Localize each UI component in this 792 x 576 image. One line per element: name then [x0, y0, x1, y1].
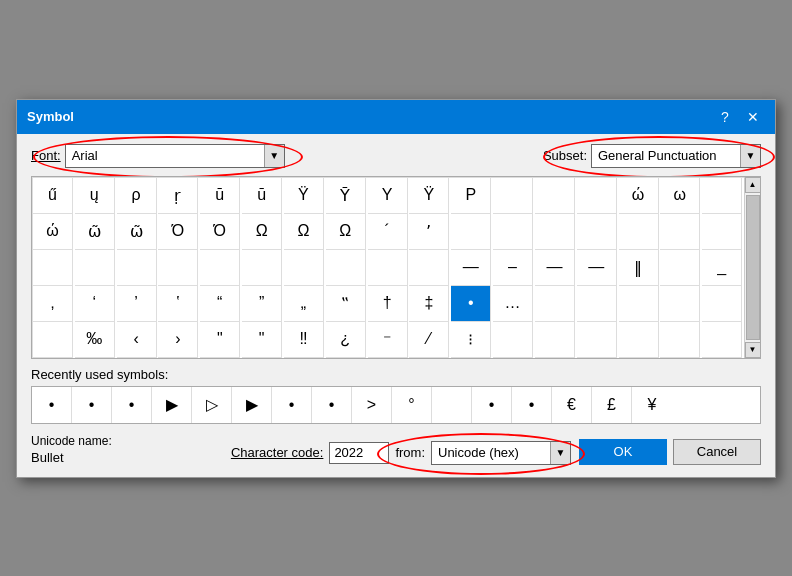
recent-symbol-cell[interactable]: °	[392, 387, 432, 423]
symbol-cell[interactable]: ų	[75, 178, 115, 214]
scroll-down-button[interactable]: ▼	[745, 342, 761, 358]
symbol-cell[interactable]: ω̃	[75, 214, 115, 250]
symbol-cell[interactable]	[493, 178, 533, 214]
symbol-cell[interactable]: •	[451, 286, 491, 322]
recent-symbol-cell[interactable]: •	[32, 387, 72, 423]
symbol-cell[interactable]: ´	[368, 214, 408, 250]
symbol-cell[interactable]: ω̃	[117, 214, 157, 250]
symbol-cell[interactable]: ‹	[117, 322, 157, 358]
symbol-cell[interactable]: ‼	[284, 322, 324, 358]
symbol-cell[interactable]: ”	[242, 286, 282, 322]
symbol-cell[interactable]	[577, 214, 617, 250]
symbol-cell[interactable]	[660, 214, 700, 250]
ok-button[interactable]: OK	[579, 439, 667, 465]
recent-symbol-cell[interactable]: •	[112, 387, 152, 423]
symbol-cell[interactable]: —	[451, 250, 491, 286]
symbol-cell[interactable]	[702, 178, 742, 214]
scroll-up-button[interactable]: ▲	[745, 177, 761, 193]
symbol-cell[interactable]: ¿	[326, 322, 366, 358]
symbol-cell[interactable]: –	[493, 250, 533, 286]
symbol-cell[interactable]: †	[368, 286, 408, 322]
symbol-cell[interactable]	[158, 250, 198, 286]
symbol-cell[interactable]	[619, 286, 659, 322]
symbol-cell[interactable]: ρ	[117, 178, 157, 214]
symbol-cell[interactable]: ‰	[75, 322, 115, 358]
symbol-cell[interactable]	[702, 214, 742, 250]
subset-dropdown[interactable]: General Punctuation ▼	[591, 144, 761, 168]
font-arrow[interactable]: ▼	[264, 145, 284, 167]
symbol-cell[interactable]: ⁝	[451, 322, 491, 358]
symbol-cell[interactable]: ū	[242, 178, 282, 214]
symbol-cell[interactable]: P	[451, 178, 491, 214]
symbol-cell[interactable]: ‚	[33, 286, 73, 322]
symbol-cell[interactable]: _	[702, 250, 742, 286]
symbol-cell[interactable]: ű	[33, 178, 73, 214]
symbol-cell[interactable]	[535, 286, 575, 322]
from-dropdown[interactable]: Unicode (hex) ▼	[431, 441, 571, 465]
symbol-cell[interactable]	[33, 322, 73, 358]
symbol-cell[interactable]	[117, 250, 157, 286]
symbol-cell[interactable]: Ό	[200, 214, 240, 250]
symbol-cell[interactable]: Ω	[284, 214, 324, 250]
symbol-cell[interactable]	[409, 250, 449, 286]
symbol-cell[interactable]: …	[493, 286, 533, 322]
symbol-cell[interactable]: ṛ	[158, 178, 198, 214]
symbol-cell[interactable]: Ό	[158, 214, 198, 250]
recent-symbol-cell[interactable]: ▷	[192, 387, 232, 423]
cancel-button[interactable]: Cancel	[673, 439, 761, 465]
symbol-cell[interactable]	[660, 322, 700, 358]
symbol-cell[interactable]: ‡	[409, 286, 449, 322]
symbol-cell[interactable]	[242, 250, 282, 286]
symbol-cell[interactable]	[577, 178, 617, 214]
symbol-cell[interactable]: “	[200, 286, 240, 322]
symbol-cell[interactable]: Ÿ	[409, 178, 449, 214]
symbol-cell[interactable]	[702, 286, 742, 322]
symbol-cell[interactable]: ʼ	[409, 214, 449, 250]
symbol-cell[interactable]	[577, 322, 617, 358]
symbol-cell[interactable]: Ω	[326, 214, 366, 250]
recent-symbol-cell[interactable]: €	[552, 387, 592, 423]
symbol-cell[interactable]	[577, 286, 617, 322]
recent-symbol-cell[interactable]: •	[312, 387, 352, 423]
font-dropdown[interactable]: Arial ▼	[65, 144, 285, 168]
recent-symbol-cell[interactable]: •	[272, 387, 312, 423]
symbol-cell[interactable]	[33, 250, 73, 286]
recent-symbol-cell[interactable]: •	[472, 387, 512, 423]
symbol-cell[interactable]	[368, 250, 408, 286]
symbol-cell[interactable]: Ȳ	[326, 178, 366, 214]
symbol-cell[interactable]: ‛	[158, 286, 198, 322]
symbol-cell[interactable]: ū	[200, 178, 240, 214]
recent-symbol-cell[interactable]: •	[72, 387, 112, 423]
symbol-cell[interactable]: ώ	[33, 214, 73, 250]
from-arrow[interactable]: ▼	[550, 442, 570, 464]
subset-arrow[interactable]: ▼	[740, 145, 760, 167]
recent-symbol-cell[interactable]: •	[512, 387, 552, 423]
recent-symbol-cell[interactable]: ¥	[632, 387, 672, 423]
symbol-cell[interactable]: Ÿ	[284, 178, 324, 214]
symbol-cell[interactable]	[535, 322, 575, 358]
symbol-cell[interactable]: ‘	[75, 286, 115, 322]
symbol-cell[interactable]	[535, 214, 575, 250]
close-button[interactable]: ✕	[741, 106, 765, 128]
recent-symbol-cell[interactable]: >	[352, 387, 392, 423]
symbol-cell[interactable]: ›	[158, 322, 198, 358]
symbol-cell[interactable]	[326, 250, 366, 286]
symbol-cell[interactable]: Y	[368, 178, 408, 214]
symbol-cell[interactable]	[200, 250, 240, 286]
symbol-cell[interactable]	[702, 322, 742, 358]
symbol-cell[interactable]: ω	[660, 178, 700, 214]
symbol-cell[interactable]	[75, 250, 115, 286]
recent-symbol-cell[interactable]: £	[592, 387, 632, 423]
symbol-cell[interactable]: —	[577, 250, 617, 286]
scroll-thumb[interactable]	[746, 195, 760, 340]
recent-symbol-cell[interactable]	[432, 387, 472, 423]
symbol-cell[interactable]	[493, 322, 533, 358]
symbol-cell[interactable]: "	[242, 322, 282, 358]
symbol-cell[interactable]: ‟	[326, 286, 366, 322]
symbol-cell[interactable]: ⁻	[368, 322, 408, 358]
symbol-cell[interactable]	[660, 286, 700, 322]
help-button[interactable]: ?	[713, 106, 737, 128]
symbol-cell[interactable]	[284, 250, 324, 286]
symbol-cell[interactable]: ώ	[619, 178, 659, 214]
symbol-cell[interactable]	[493, 214, 533, 250]
